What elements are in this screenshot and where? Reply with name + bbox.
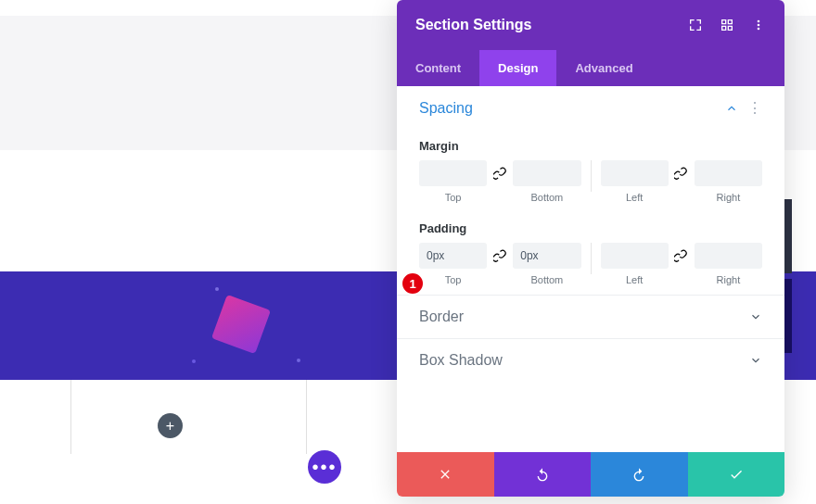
margin-left-label: Left: [626, 192, 643, 203]
padding-left-label: Left: [626, 274, 643, 285]
margin-right-input[interactable]: [695, 160, 762, 186]
padding-top-input[interactable]: [419, 243, 487, 269]
link-icon[interactable]: [491, 160, 509, 186]
chevron-down-icon[interactable]: [749, 310, 762, 323]
chevron-up-icon[interactable]: [725, 102, 738, 115]
padding-left-input[interactable]: [601, 243, 669, 269]
annotation-badge: 1: [401, 271, 425, 296]
undo-button[interactable]: [494, 452, 592, 497]
group-border-title: Border: [419, 309, 464, 325]
settings-panel: Section Settings Content Design Advanced…: [397, 0, 784, 497]
group-menu-icon[interactable]: ⋮: [747, 99, 762, 117]
edge-indicator-2: [784, 279, 792, 353]
panel-header-actions: [688, 18, 766, 32]
margin-bottom-input[interactable]: [513, 160, 580, 186]
group-box-shadow-header[interactable]: Box Shadow: [397, 338, 784, 382]
padding-bottom-input[interactable]: [513, 243, 580, 269]
column-divider: [306, 380, 307, 454]
margin-label: Margin: [419, 139, 762, 153]
padding-right-label: Right: [717, 274, 741, 285]
group-spacing-header[interactable]: Spacing ⋮: [397, 86, 784, 130]
padding-right-input[interactable]: [695, 243, 762, 269]
panel-footer: [397, 452, 784, 497]
decorative-dot: [192, 359, 196, 363]
tab-design[interactable]: Design: [479, 50, 556, 86]
expand-icon[interactable]: [688, 18, 703, 32]
add-section-button[interactable]: +: [158, 413, 183, 438]
group-border-header[interactable]: Border: [397, 295, 784, 338]
redo-button[interactable]: [591, 452, 688, 497]
panel-title: Section Settings: [415, 17, 531, 33]
group-spacing-actions: ⋮: [725, 99, 762, 117]
link-icon[interactable]: [491, 243, 509, 269]
drag-handle-icon[interactable]: [720, 18, 734, 32]
decorative-dot: [297, 359, 300, 362]
divider: [591, 243, 592, 274]
margin-left-input[interactable]: [601, 160, 669, 186]
group-spacing-title: Spacing: [419, 100, 473, 117]
menu-icon[interactable]: [751, 18, 766, 32]
cancel-button[interactable]: [397, 452, 494, 497]
padding-top-label: Top: [445, 274, 462, 285]
decorative-dot: [215, 287, 219, 291]
column-divider: [70, 380, 71, 454]
chevron-down-icon[interactable]: [749, 354, 762, 367]
edge-indicator: [784, 199, 792, 273]
save-button[interactable]: [688, 452, 785, 497]
margin-right-label: Right: [717, 192, 741, 203]
padding-bottom-label: Bottom: [530, 274, 563, 285]
tab-content[interactable]: Content: [397, 50, 479, 86]
panel-header: Section Settings: [397, 0, 784, 50]
margin-group: Margin Top Bottom: [397, 139, 784, 212]
link-icon[interactable]: [672, 243, 691, 269]
margin-bottom-label: Bottom: [530, 192, 563, 203]
more-options-button[interactable]: •••: [308, 450, 341, 484]
tab-advanced[interactable]: Advanced: [556, 50, 651, 86]
margin-top-input[interactable]: [419, 160, 487, 186]
divider: [591, 160, 592, 192]
padding-label: Padding: [419, 221, 762, 235]
padding-group: Padding Top Bottom: [397, 221, 784, 295]
link-icon[interactable]: [672, 160, 691, 186]
panel-body: Spacing ⋮ Margin Top Bottom: [397, 86, 784, 452]
margin-row: Top Bottom Left: [419, 160, 762, 203]
tab-bar: Content Design Advanced: [397, 50, 784, 86]
group-box-shadow-title: Box Shadow: [419, 352, 503, 369]
padding-row: Top Bottom Left: [419, 243, 762, 285]
margin-top-label: Top: [445, 192, 462, 203]
